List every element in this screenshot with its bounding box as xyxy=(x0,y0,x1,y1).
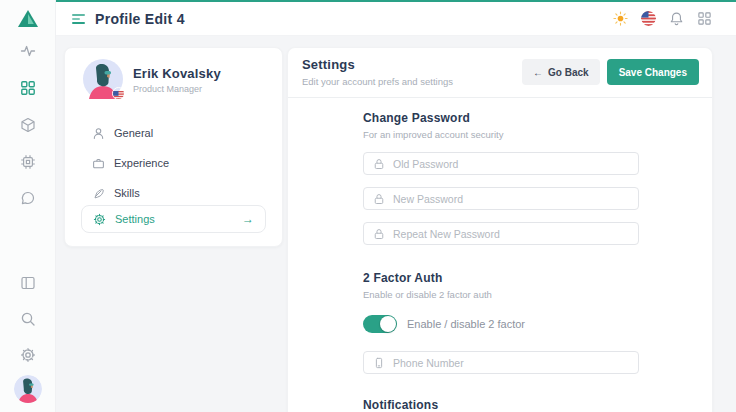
lock-icon xyxy=(373,158,385,170)
lock-icon xyxy=(373,193,385,205)
layout-icon[interactable] xyxy=(20,275,36,291)
lock-icon xyxy=(373,228,385,240)
nav-item-settings[interactable]: Settings → xyxy=(81,205,266,233)
arrow-left-icon: ← xyxy=(533,67,543,78)
sun-icon[interactable] xyxy=(613,11,628,26)
nav-label: Settings xyxy=(115,213,155,225)
top-accent-bar xyxy=(56,0,736,2)
nav-label: Skills xyxy=(114,187,140,199)
nav-item-general[interactable]: General xyxy=(65,118,282,148)
section-subtitle: Enable or disable 2 factor auth xyxy=(363,289,639,300)
chat-icon[interactable] xyxy=(20,190,36,206)
person-icon xyxy=(92,127,105,140)
phone-icon xyxy=(373,357,385,369)
toggle-label: Enable / disable 2 factor xyxy=(407,318,525,330)
cpu-icon[interactable] xyxy=(20,154,36,170)
app-sidebar xyxy=(0,0,56,412)
user-summary: Erik Kovalsky Product Manager xyxy=(65,48,282,99)
nav-item-skills[interactable]: Skills xyxy=(65,178,282,208)
panel-subtitle: Edit your account prefs and settings xyxy=(302,76,453,87)
profile-nav: General Experience Skills xyxy=(65,118,282,208)
page-title: Profile Edit 4 xyxy=(95,11,185,27)
box-icon[interactable] xyxy=(20,117,36,133)
feather-icon xyxy=(92,187,105,200)
settings-panel: Settings Edit your account prefs and set… xyxy=(287,47,713,412)
gear-icon[interactable] xyxy=(20,347,36,363)
search-icon[interactable] xyxy=(20,311,36,327)
toggle-knob xyxy=(380,316,396,332)
us-flag-icon[interactable] xyxy=(641,11,656,26)
dashboard-grid-icon[interactable] xyxy=(20,80,36,96)
bell-icon[interactable] xyxy=(669,11,684,26)
settings-content: Change Password For an improved account … xyxy=(363,98,639,412)
repeat-password-field[interactable] xyxy=(363,222,639,245)
user-name: Erik Kovalsky xyxy=(133,66,221,81)
old-password-input[interactable] xyxy=(393,158,629,170)
avatar-flag-badge xyxy=(112,87,125,100)
two-factor-toggle[interactable] xyxy=(363,315,397,333)
section-subtitle: For an improved account security xyxy=(363,129,639,140)
new-password-field[interactable] xyxy=(363,187,639,210)
user-role: Product Manager xyxy=(133,84,221,94)
go-back-button[interactable]: ←Go Back xyxy=(522,59,600,85)
section-title: 2 Factor Auth xyxy=(363,271,639,285)
section-title: Notifications xyxy=(363,398,639,412)
new-password-input[interactable] xyxy=(393,193,629,205)
activity-icon[interactable] xyxy=(20,43,36,59)
phone-number-input[interactable] xyxy=(393,357,629,369)
gear-icon xyxy=(93,213,106,226)
app-logo[interactable] xyxy=(17,9,39,28)
old-password-field[interactable] xyxy=(363,152,639,175)
user-avatar xyxy=(83,59,123,99)
settings-panel-header: Settings Edit your account prefs and set… xyxy=(288,48,712,97)
nav-label: General xyxy=(114,127,153,139)
briefcase-icon xyxy=(92,157,105,170)
nav-label: Experience xyxy=(114,157,169,169)
notifications-section: Notifications Configure how you receive … xyxy=(363,398,639,412)
phone-number-field[interactable] xyxy=(363,351,639,374)
change-password-section: Change Password For an improved account … xyxy=(363,111,639,245)
save-changes-button[interactable]: Save Changes xyxy=(607,59,699,85)
panel-title: Settings xyxy=(302,57,453,72)
nav-item-experience[interactable]: Experience xyxy=(65,148,282,178)
repeat-password-input[interactable] xyxy=(393,228,629,240)
section-title: Change Password xyxy=(363,111,639,125)
sidebar-user-avatar[interactable] xyxy=(14,375,42,403)
header-actions xyxy=(613,11,712,26)
two-factor-section: 2 Factor Auth Enable or disable 2 factor… xyxy=(363,271,639,374)
apps-grid-icon[interactable] xyxy=(697,11,712,26)
profile-card: Erik Kovalsky Product Manager General Ex… xyxy=(64,47,283,247)
hamburger-icon[interactable] xyxy=(72,14,85,24)
arrow-right-icon: → xyxy=(242,212,254,226)
top-header: Profile Edit 4 xyxy=(56,2,736,36)
